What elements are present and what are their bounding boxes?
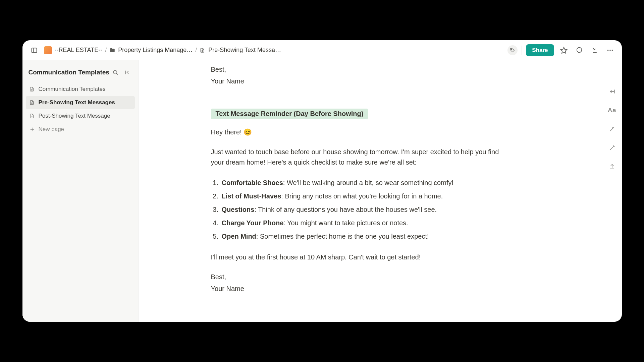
section-heading-text: Text Message Reminder (Day Before Showin… [211, 109, 368, 119]
sidebar-list: Communication Templates Pre-Showing Text… [22, 82, 138, 137]
checklist-item: List of Must-Haves: Bring any notes on w… [220, 190, 513, 202]
meeting-line: I'll meet you at the first house at 10 A… [211, 252, 513, 262]
breadcrumb-workspace-label: --REAL ESTATE-- [55, 47, 103, 54]
svg-point-11 [113, 70, 117, 74]
signoff-line: Best, [211, 272, 513, 282]
dots-icon [606, 47, 614, 54]
sidebar-title: Communication Templates [29, 69, 109, 76]
breadcrumb-separator: / [105, 47, 107, 54]
folder-icon [109, 47, 115, 53]
sidebar-item-communication-templates[interactable]: Communication Templates [26, 82, 135, 96]
download-button[interactable] [589, 45, 600, 56]
breadcrumb-page-label: Pre-Showing Text Messa… [208, 47, 281, 54]
checklist-item: Questions: Think of any questions you ha… [220, 204, 513, 215]
body: Communication Templates Communication Te… [22, 60, 622, 322]
prev-signoff-name: Your Name [211, 76, 513, 86]
greeting-line: Hey there! 😊 [211, 127, 513, 137]
svg-point-10 [611, 50, 613, 51]
breadcrumb-page[interactable]: Pre-Showing Text Messa… [200, 47, 281, 54]
checklist: Comfortable Shoes: We'll be walking arou… [211, 177, 513, 242]
sidebar-item-pre-showing[interactable]: Pre-Showing Text Messages [26, 96, 135, 109]
checklist-item: Comfortable Shoes: We'll be walking arou… [220, 177, 513, 188]
download-icon [591, 47, 598, 54]
rail-ai-button[interactable] [607, 124, 617, 134]
right-rail: Aa [607, 86, 617, 172]
section-heading: Text Message Reminder (Day Before Showin… [211, 109, 513, 119]
chat-icon [576, 47, 583, 54]
favorite-button[interactable] [558, 45, 570, 56]
page-icon [29, 86, 35, 92]
breadcrumb-separator: / [195, 47, 197, 54]
page-icon [29, 113, 35, 119]
sidebar-new-page[interactable]: New page [26, 123, 135, 136]
checklist-item: Open Mind: Sometimes the perfect home is… [220, 231, 513, 242]
sidebar-header: Communication Templates [22, 64, 138, 82]
rail-width-toggle[interactable] [607, 86, 617, 97]
breadcrumb-folder-label: Property Listings Manage… [118, 47, 193, 54]
svg-point-8 [607, 50, 608, 51]
toggle-sidebar-button[interactable] [29, 45, 40, 56]
breadcrumb-folder[interactable]: Property Listings Manage… [109, 47, 193, 54]
prev-signoff-line: Best, [211, 64, 513, 75]
sidebar-collapse-button[interactable] [123, 68, 132, 77]
breadcrumb: --REAL ESTATE-- / Property Listings Mana… [44, 46, 281, 54]
panel-icon [31, 47, 38, 54]
signoff-name: Your Name [211, 284, 513, 294]
divider [522, 46, 522, 55]
search-icon [112, 69, 118, 75]
svg-point-6 [577, 47, 582, 52]
sidebar: Communication Templates Communication Te… [22, 60, 139, 322]
sidebar-search-button[interactable] [111, 68, 120, 77]
workspace-icon [44, 46, 52, 54]
checklist-item: Charge Your Phone: You might want to tak… [220, 217, 513, 229]
intro-paragraph: Just wanted to touch base before our hou… [211, 147, 513, 168]
svg-point-9 [609, 50, 611, 51]
svg-point-4 [511, 49, 512, 50]
rail-typography[interactable]: Aa [607, 105, 617, 115]
plus-icon [29, 126, 35, 132]
comments-button[interactable] [574, 45, 585, 56]
sparkle-icon [609, 126, 615, 132]
sidebar-item-post-showing[interactable]: Post-Showing Text Message [26, 109, 135, 123]
rail-export-button[interactable] [607, 162, 617, 172]
svg-marker-5 [560, 47, 567, 53]
main: Best, Your Name Text Message Reminder (D… [139, 60, 622, 322]
breadcrumb-workspace[interactable]: --REAL ESTATE-- [44, 46, 103, 54]
sidebar-item-label: Communication Templates [39, 86, 106, 93]
upload-icon [609, 163, 615, 170]
sidebar-new-page-label: New page [39, 126, 64, 133]
wand-icon [609, 144, 615, 151]
sidebar-item-label: Pre-Showing Text Messages [39, 99, 115, 106]
tags-button[interactable] [507, 45, 518, 55]
tag-icon [510, 48, 515, 53]
app-window: --REAL ESTATE-- / Property Listings Mana… [22, 40, 622, 322]
rail-magic-button[interactable] [607, 143, 617, 153]
page-icon [200, 47, 206, 53]
collapse-icon [124, 69, 130, 75]
star-icon [560, 47, 568, 54]
more-button[interactable] [604, 45, 616, 56]
share-button[interactable]: Share [526, 44, 554, 56]
document-content[interactable]: Best, Your Name Text Message Reminder (D… [139, 60, 622, 322]
svg-line-12 [116, 73, 118, 75]
arrow-left-bar-icon [608, 88, 616, 95]
page-icon [29, 100, 35, 106]
topbar: --REAL ESTATE-- / Property Listings Mana… [22, 40, 622, 60]
sidebar-item-label: Post-Showing Text Message [39, 113, 110, 119]
svg-rect-0 [32, 48, 37, 52]
